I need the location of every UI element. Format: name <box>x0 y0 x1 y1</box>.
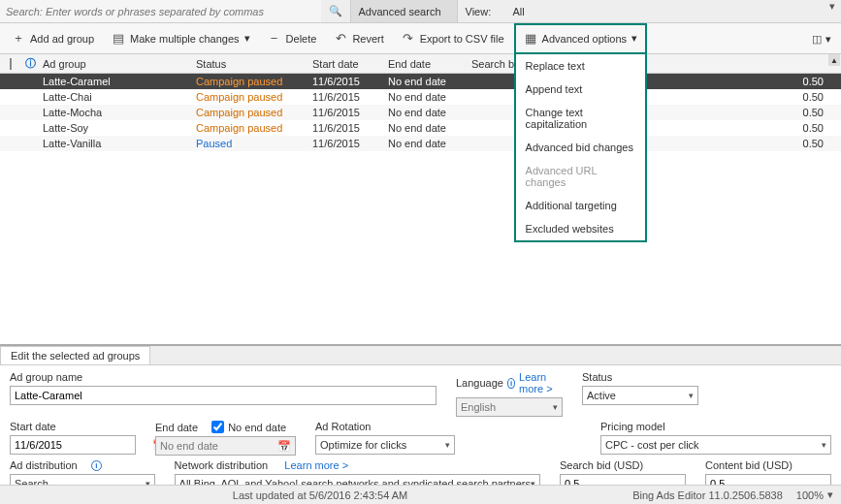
end-date-input: No end date📅 <box>155 436 296 456</box>
chevron-down-icon[interactable]: ▾ <box>829 0 841 22</box>
cell-ad-group: Latte-Soy <box>37 122 190 134</box>
ad-group-name-input[interactable] <box>10 386 437 405</box>
cell-status: Campaign paused <box>190 76 307 87</box>
select-all-checkbox[interactable] <box>2 58 19 70</box>
chevron-down-icon: ▾ <box>244 32 250 45</box>
plus-icon: + <box>12 31 25 46</box>
make-multiple-changes-button[interactable]: ▤ Make multiple changes ▾ <box>104 25 258 52</box>
revert-label: Revert <box>352 33 383 45</box>
info-icon[interactable]: i <box>91 460 102 471</box>
start-date-input[interactable]: 📅 <box>10 435 136 455</box>
table-row[interactable]: Latte-ChaiCampaign paused11/6/2015No end… <box>0 89 841 105</box>
cell-status: Campaign paused <box>190 122 307 134</box>
table-row[interactable]: Latte-SoyCampaign paused11/6/2015No end … <box>0 120 841 136</box>
ad-distribution-label: Ad distribution <box>10 459 78 471</box>
language-select: English▾ <box>456 397 563 417</box>
cell-end-date: No end date <box>382 107 466 118</box>
cell-start-date: 11/6/2015 <box>307 76 382 87</box>
ad-group-name-label: Ad group name <box>10 371 437 383</box>
start-date-label: Start date <box>10 421 136 432</box>
zoom-control[interactable]: 100%▾ <box>796 488 833 501</box>
table-row[interactable]: Latte-MochaCampaign paused11/6/2015No en… <box>0 105 841 120</box>
cell-end-date: No end date <box>382 122 466 134</box>
advanced-options-button[interactable]: ▦ Advanced options ▾ <box>516 25 645 52</box>
pricing-model-label: Pricing model <box>600 421 831 432</box>
menu-advanced-url-changes: Advanced URL changes <box>516 159 645 194</box>
search-bid-label: Search bid (USD) <box>560 459 686 471</box>
cell-start-date: 11/6/2015 <box>307 107 382 118</box>
minus-icon: − <box>268 31 281 46</box>
revert-button[interactable]: ↶ Revert <box>326 25 391 52</box>
calendar-icon: 📅 <box>274 440 291 453</box>
menu-excluded-websites[interactable]: Excluded websites <box>516 217 645 240</box>
advanced-icon: ▦ <box>524 31 537 46</box>
cell-ad-group: Latte-Chai <box>37 91 190 103</box>
chevron-down-icon: ▾ <box>631 32 637 45</box>
cell-end-date: No end date <box>382 76 466 87</box>
status-label: Status <box>582 371 698 383</box>
cell-ad-group: Latte-Mocha <box>37 107 190 118</box>
cell-end-date: No end date <box>382 91 466 103</box>
column-ad-group[interactable]: Ad group <box>37 58 190 70</box>
add-ad-group-button[interactable]: + Add ad group <box>4 25 102 52</box>
status-app-version: Bing Ads Editor 11.0.2506.5838 <box>632 489 783 501</box>
search-box[interactable] <box>0 0 321 22</box>
ad-rotation-select[interactable]: Optimize for clicks▾ <box>315 435 455 455</box>
search-input[interactable] <box>6 6 315 17</box>
columns-button[interactable]: ◫ ▾ <box>808 23 835 54</box>
menu-advanced-bid-changes[interactable]: Advanced bid changes <box>516 136 645 159</box>
edit-tab[interactable]: Edit the selected ad groups <box>0 346 150 364</box>
chevron-down-icon: ▾ <box>553 402 558 412</box>
language-learn-more-link[interactable]: Learn more > <box>519 371 563 394</box>
table-row[interactable]: Latte-CaramelCampaign paused11/6/2015No … <box>0 74 841 89</box>
no-end-date-checkbox[interactable] <box>211 421 224 433</box>
table-row[interactable]: Latte-VanillaPaused11/6/2015No end date0… <box>0 136 841 151</box>
menu-change-capitalization[interactable]: Change text capitalization <box>516 101 645 136</box>
column-end-date[interactable]: End date <box>382 58 466 70</box>
advanced-options-menu: Replace text Append text Change text cap… <box>514 54 647 242</box>
scroll-up-button[interactable]: ▲ <box>828 54 840 66</box>
info-icon[interactable]: i <box>507 378 515 389</box>
cell-start-date: 11/6/2015 <box>307 122 382 134</box>
cell-start-date: 11/6/2015 <box>307 138 382 149</box>
network-distribution-label: Network distribution <box>175 459 269 471</box>
cell-ad-group: Latte-Vanilla <box>37 138 190 149</box>
menu-append-text[interactable]: Append text <box>516 78 645 101</box>
export-csv-button[interactable]: ↷ Export to CSV file <box>394 25 512 52</box>
advanced-options-label: Advanced options <box>542 33 627 45</box>
language-label: Language <box>456 377 503 389</box>
add-ad-group-label: Add ad group <box>30 33 94 45</box>
search-icon[interactable]: 🔍 <box>321 0 350 22</box>
chevron-down-icon: ▾ <box>822 440 826 450</box>
chevron-down-icon: ▾ <box>825 33 831 46</box>
revert-icon: ↶ <box>334 31 347 46</box>
pricing-model-select[interactable]: CPC - cost per click▾ <box>600 435 831 455</box>
status-last-updated: Last updated at 5/6/2016 2:43:54 AM <box>8 489 632 501</box>
end-date-label: End date <box>155 422 198 433</box>
export-icon: ↷ <box>402 31 415 46</box>
columns-icon: ◫ <box>812 33 822 46</box>
column-start-date[interactable]: Start date <box>307 58 382 70</box>
delete-button[interactable]: − Delete <box>260 25 325 52</box>
delete-label: Delete <box>286 33 317 45</box>
multi-label: Make multiple changes <box>130 33 240 45</box>
cell-start-date: 11/6/2015 <box>307 91 382 103</box>
column-status[interactable]: Status <box>190 58 307 70</box>
export-label: Export to CSV file <box>420 33 504 45</box>
chevron-down-icon: ▾ <box>827 488 833 501</box>
ad-rotation-label: Ad Rotation <box>315 421 455 432</box>
cell-end-date: No end date <box>382 138 466 149</box>
cell-status: Campaign paused <box>190 107 307 118</box>
menu-additional-targeting[interactable]: Additional targeting <box>516 194 645 217</box>
multi-icon: ▤ <box>112 31 125 46</box>
network-learn-more-link[interactable]: Learn more > <box>284 459 348 471</box>
advanced-search-button[interactable]: Advanced search <box>350 0 457 22</box>
view-selector[interactable]: All <box>505 0 830 22</box>
cell-status: Campaign paused <box>190 91 307 103</box>
status-select[interactable]: Active▾ <box>582 386 698 405</box>
no-end-date-label: No end date <box>228 422 286 433</box>
view-label: View: <box>457 0 505 22</box>
info-column-header[interactable]: ⓘ <box>19 56 37 71</box>
content-bid-label: Content bid (USD) <box>705 459 831 471</box>
menu-replace-text[interactable]: Replace text <box>516 54 645 78</box>
